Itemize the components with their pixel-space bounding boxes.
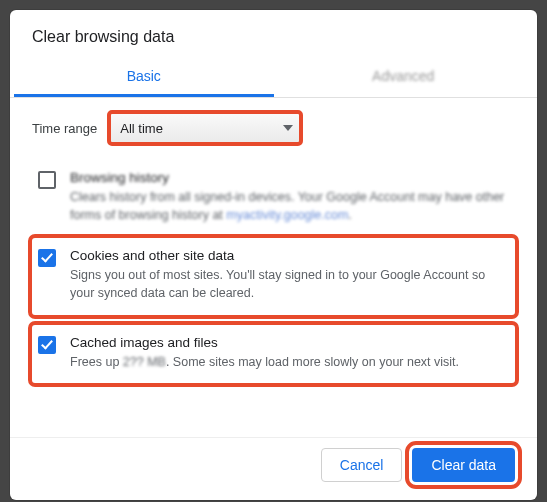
option-desc: Frees up 2?? MB. Some sites may load mor… bbox=[70, 353, 459, 371]
cancel-button[interactable]: Cancel bbox=[321, 448, 403, 482]
chevron-down-icon bbox=[283, 125, 293, 131]
option-desc: Clears history from all signed-in device… bbox=[70, 188, 513, 224]
clear-data-button[interactable]: Clear data bbox=[412, 448, 515, 482]
time-range-value: All time bbox=[120, 121, 163, 136]
option-text: Cookies and other site data Signs you ou… bbox=[70, 248, 509, 302]
time-range-select-wrap: All time bbox=[109, 112, 301, 144]
checkbox-browsing-history[interactable] bbox=[38, 171, 56, 189]
tab-advanced[interactable]: Advanced bbox=[274, 56, 534, 97]
checkbox-cache[interactable] bbox=[38, 336, 56, 354]
option-title: Cookies and other site data bbox=[70, 248, 509, 263]
option-text: Browsing history Clears history from all… bbox=[70, 170, 513, 224]
time-range-label: Time range bbox=[32, 121, 97, 136]
option-text: Cached images and files Frees up 2?? MB.… bbox=[70, 335, 459, 371]
tab-bar: Basic Advanced bbox=[10, 56, 537, 98]
checkbox-cookies[interactable] bbox=[38, 249, 56, 267]
dialog-body: Time range All time Browsing history Cle… bbox=[10, 98, 537, 437]
option-cache: Cached images and files Frees up 2?? MB.… bbox=[32, 325, 515, 383]
dialog-title: Clear browsing data bbox=[10, 10, 537, 56]
clear-browsing-data-dialog: Clear browsing data Basic Advanced Time … bbox=[10, 10, 537, 500]
cache-size: 2?? MB bbox=[123, 355, 166, 369]
myactivity-link[interactable]: myactivity.google.com bbox=[226, 208, 348, 222]
option-desc: Signs you out of most sites. You'll stay… bbox=[70, 266, 509, 302]
tab-basic[interactable]: Basic bbox=[14, 56, 274, 97]
option-title: Browsing history bbox=[70, 170, 513, 185]
option-title: Cached images and files bbox=[70, 335, 459, 350]
time-range-row: Time range All time bbox=[32, 112, 515, 144]
option-cookies: Cookies and other site data Signs you ou… bbox=[32, 238, 515, 314]
time-range-select[interactable]: All time bbox=[109, 112, 301, 144]
dialog-footer: Cancel Clear data bbox=[10, 437, 537, 500]
option-browsing-history: Browsing history Clears history from all… bbox=[32, 162, 515, 234]
